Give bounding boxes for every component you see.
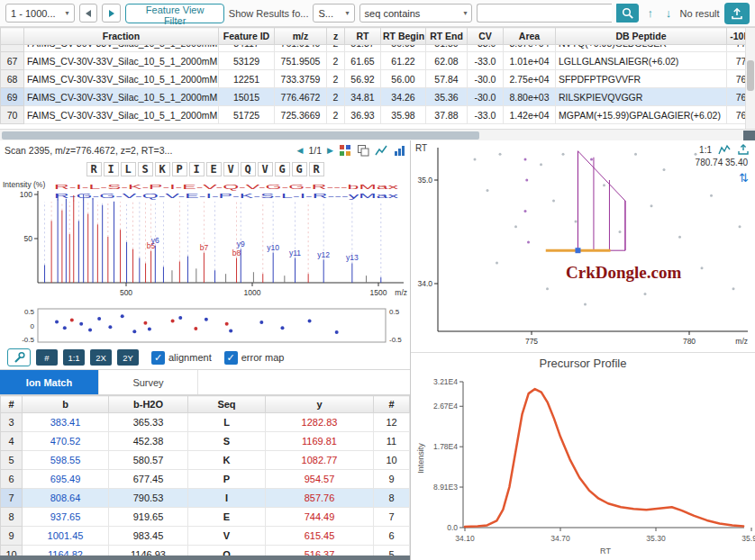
column-header[interactable]: Fraction <box>24 28 219 45</box>
alignment-checkbox[interactable]: ✓ <box>151 351 165 365</box>
column-header[interactable]: b-H2O <box>109 396 188 413</box>
ion-row[interactable]: 8937.65919.65E744.497 <box>1 508 410 527</box>
ion-row[interactable]: 6695.49677.45P954.579 <box>1 470 410 489</box>
table-cell <box>1 45 24 52</box>
table-cell: 51725 <box>219 106 275 124</box>
scan-page-label: 1/1 <box>308 145 322 156</box>
prev-scan-icon[interactable]: ◀ <box>297 146 304 155</box>
search-icon <box>622 7 634 20</box>
column-header[interactable]: Area <box>504 28 556 45</box>
svg-text:m/z: m/z <box>395 288 407 297</box>
ion-cell: 1082.77 <box>266 451 374 470</box>
profile-chart-icon[interactable] <box>718 143 731 156</box>
ion-row[interactable]: 4470.52452.38S1169.8111 <box>1 432 410 451</box>
peptide-residue: P <box>172 162 187 176</box>
table-row[interactable]: 68FAIMS_CV-30V-33V_Silac_10_5_1_2000mM.r… <box>1 70 755 88</box>
tab-ion-match[interactable]: Ion Match <box>0 370 99 394</box>
next-page-button[interactable] <box>102 4 121 23</box>
scrollbar-thumb[interactable] <box>2 131 479 140</box>
ion-cell: P <box>188 470 266 489</box>
swap-axes-icon[interactable]: ⇅ <box>739 171 749 185</box>
lc-feature-chart[interactable]: 77578034.035.0m/z <box>411 140 755 353</box>
zoom-1to1-button[interactable]: 1:1 <box>63 349 85 366</box>
column-header[interactable]: CV <box>468 28 504 45</box>
ion-table-scrollbar[interactable] <box>0 555 410 560</box>
bar-chart-icon[interactable] <box>393 144 405 157</box>
column-header[interactable]: b <box>23 396 109 413</box>
zoom-2y-button[interactable]: 2Y <box>117 349 139 366</box>
error-map-checkbox[interactable]: ✓ <box>224 351 238 365</box>
prev-page-button[interactable] <box>79 4 98 23</box>
table-row[interactable]: 67FAIMS_CV-30V-33V_Silac_10_5_1_2000mM.r… <box>1 52 755 70</box>
column-header[interactable]: # <box>374 396 410 413</box>
top-toolbar: 1 - 1000... ▾ Feature View Filter Show R… <box>0 0 755 27</box>
svg-text:50: 50 <box>24 234 33 243</box>
copy-view-icon[interactable] <box>357 144 369 157</box>
column-header[interactable]: # <box>1 396 23 413</box>
ion-row[interactable]: 91001.45983.45V615.456 <box>1 527 410 546</box>
column-header[interactable]: m/z <box>275 28 327 45</box>
error-map-chart[interactable]: 0.50-0.50.5-0.5 <box>0 306 410 346</box>
show-results-label: Show Results fo... <box>229 8 309 19</box>
ion-cell: L <box>188 413 266 432</box>
column-header[interactable]: z <box>327 28 345 45</box>
column-header[interactable]: Feature ID <box>219 28 275 45</box>
table-cell: 15015 <box>219 88 275 106</box>
column-header[interactable] <box>1 28 24 45</box>
search-button[interactable] <box>616 4 639 23</box>
table-cell: -30.0 <box>468 88 504 106</box>
left-column: Scan 2395, m/z=776.4672, z=2, RT=3... ◀ … <box>0 140 411 560</box>
precursor-profile-chart[interactable]: 0.08.91E31.78E42.67E43.21E434.1034.7035.… <box>411 373 755 560</box>
next-result-button[interactable]: ↓ <box>661 6 675 20</box>
svg-text:RT: RT <box>600 546 611 555</box>
svg-text:35.90: 35.90 <box>741 534 755 543</box>
range-dropdown[interactable]: 1 - 1000... ▾ <box>5 4 75 23</box>
condition-dropdown[interactable]: seq contains ▾ <box>359 4 473 23</box>
table-row[interactable]: 70FAIMS_CV-30V-33V_Silac_10_5_1_2000mM.r… <box>1 106 755 124</box>
table-row[interactable]: FAIMS_CV-30V-33V_Silac_10_5_1_2000mM.raw… <box>1 45 755 52</box>
table-cell: 34.26 <box>381 88 426 106</box>
ion-cell: 744.49 <box>266 508 374 527</box>
table-cell: FAIMS_CV-30V-33V_Silac_10_5_1_2000mM.raw <box>24 88 219 106</box>
ion-numbers-button[interactable]: # <box>36 349 58 366</box>
column-header[interactable]: RT <box>345 28 381 45</box>
peptide-residue: G <box>275 162 290 176</box>
ion-cell: 9 <box>374 470 410 489</box>
ion-cell: S <box>188 432 266 451</box>
table-cell: 3.07e+04 <box>504 45 556 52</box>
ion-cell: 8 <box>1 508 23 527</box>
column-header[interactable]: RT Begin <box>381 28 426 45</box>
line-chart-icon[interactable] <box>375 144 387 157</box>
export-image-icon[interactable] <box>737 143 750 156</box>
spectrum-chart[interactable]: 1005050010001500m/zIntensity (%)R-I-L-S-… <box>0 178 410 306</box>
column-header[interactable]: DB Peptide <box>556 28 727 45</box>
ion-cell: 695.49 <box>23 470 109 489</box>
results-type-dropdown[interactable]: S... ▾ <box>313 4 354 23</box>
next-scan-icon[interactable]: ▶ <box>327 146 333 155</box>
search-input[interactable] <box>477 4 612 23</box>
prev-result-button[interactable]: ↑ <box>643 6 657 20</box>
horizontal-scrollbar[interactable] <box>0 129 755 140</box>
table-cell: 12251 <box>219 70 275 88</box>
table-row[interactable]: 69FAIMS_CV-30V-33V_Silac_10_5_1_2000mM.r… <box>1 88 755 106</box>
feature-view-filter-button[interactable]: Feature View Filter <box>125 4 223 23</box>
table-cell: 8.80e+03 <box>504 88 556 106</box>
column-header[interactable]: RT End <box>426 28 468 45</box>
ion-cell: 615.45 <box>266 527 374 546</box>
table-vertical-scrollbar[interactable] <box>745 28 755 129</box>
ion-row[interactable]: 3383.41365.33L1282.8312 <box>1 413 410 432</box>
ion-row[interactable]: 7808.64790.53I857.768 <box>1 489 410 508</box>
settings-wrench-button[interactable] <box>7 348 31 366</box>
table-cell: 1.01e+04 <box>504 52 556 70</box>
scrollbar-thumb[interactable] <box>747 60 754 91</box>
table-cell: 725.3669 <box>275 106 327 124</box>
ion-row[interactable]: 5598.55580.57K1082.7710 <box>1 451 410 470</box>
column-header[interactable]: y <box>266 396 374 413</box>
column-header[interactable]: Seq <box>188 396 266 413</box>
export-button[interactable] <box>724 3 750 24</box>
ion-types-icon[interactable] <box>339 144 351 157</box>
table-cell: 761.9140 <box>275 45 327 52</box>
tab-survey[interactable]: Survey <box>99 370 198 394</box>
zoom-2x-button[interactable]: 2X <box>90 349 112 366</box>
ion-cell: 8 <box>374 489 410 508</box>
